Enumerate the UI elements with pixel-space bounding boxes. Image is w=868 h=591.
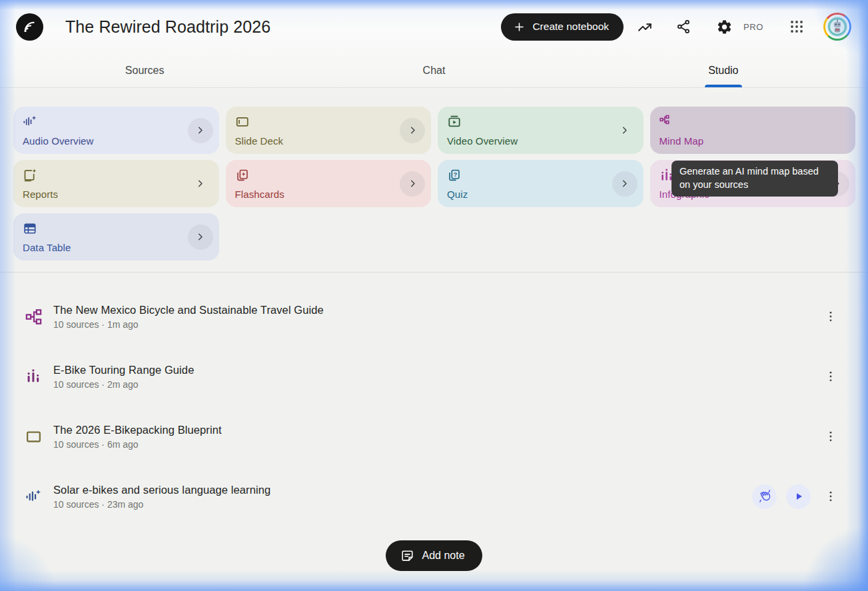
analytics-button[interactable] [632, 13, 658, 40]
slide-deck-icon [235, 115, 422, 129]
note-actions [820, 366, 841, 387]
card-open-chevron-button[interactable] [188, 171, 213, 197]
tab-sources[interactable]: Sources [0, 53, 289, 87]
audio-waveform-icon [25, 488, 43, 505]
chevron-right-icon [195, 231, 206, 243]
more-options-button[interactable] [820, 306, 841, 327]
tab-sources-label: Sources [125, 65, 165, 77]
vertical-dots-icon [824, 430, 837, 443]
list-item-slide-deck[interactable]: The 2026 E-Bikepacking Blueprint 10 sour… [0, 406, 868, 466]
create-notebook-button[interactable]: Create notebook [501, 13, 624, 41]
data-table-icon [23, 221, 210, 236]
more-options-button[interactable] [820, 426, 841, 447]
note-title: The 2026 E-Bikepacking Blueprint [53, 424, 222, 436]
note-meta: 10 sources · 1m ago [53, 319, 324, 330]
share-icon [675, 19, 691, 35]
flashcards-icon [235, 168, 422, 183]
card-mind-map[interactable]: Mind Map [650, 107, 856, 154]
settings-button[interactable] [711, 13, 737, 40]
play-icon [793, 490, 805, 502]
tab-chat[interactable]: Chat [289, 53, 578, 87]
chevron-right-icon [407, 125, 418, 136]
card-data-table[interactable]: Data Table [13, 213, 219, 261]
note-text: Solar e-bikes and serious language learn… [53, 484, 270, 510]
video-overview-icon [447, 115, 634, 129]
chevron-right-icon [619, 178, 630, 189]
create-notebook-label: Create notebook [532, 21, 609, 33]
trending-up-icon [637, 19, 653, 35]
chevron-right-icon [619, 125, 630, 136]
card-label: Slide Deck [235, 135, 422, 147]
card-open-chevron-button[interactable] [188, 118, 213, 143]
google-apps-button[interactable] [783, 13, 810, 40]
vertical-dots-icon [824, 310, 837, 323]
card-reports[interactable]: Reports [13, 160, 219, 207]
card-open-chevron-button[interactable] [400, 171, 425, 197]
tab-studio[interactable]: Studio [579, 53, 868, 87]
note-text: The New Mexico Bicycle and Sustainable T… [53, 304, 324, 330]
note-meta: 10 sources · 23m ago [53, 499, 270, 510]
chevron-right-icon [195, 178, 206, 189]
interactive-mode-button[interactable] [752, 484, 777, 509]
note-meta: 10 sources · 6m ago [53, 439, 222, 450]
card-open-chevron-button[interactable] [400, 118, 425, 143]
card-audio-overview[interactable]: Audio Overview [13, 107, 219, 154]
quiz-icon: ? [447, 168, 634, 183]
tab-chat-label: Chat [423, 65, 446, 77]
tab-studio-label: Studio [708, 65, 738, 77]
card-video-overview[interactable]: Video Overview [438, 107, 644, 154]
card-flashcards[interactable]: Flashcards [226, 160, 432, 207]
card-label: Quiz [447, 189, 634, 200]
chevron-right-icon [195, 125, 206, 136]
header: The Rewired Roadtrip 2026 Create noteboo… [0, 0, 868, 53]
note-icon [400, 549, 414, 563]
bar-chart-icon [25, 368, 43, 384]
note-title: The New Mexico Bicycle and Sustainable T… [53, 304, 324, 316]
avatar-robot-image [825, 15, 849, 39]
svg-text:?: ? [454, 171, 458, 178]
mind-map-icon [659, 115, 847, 125]
vertical-dots-icon [824, 370, 837, 383]
active-tab-underline [705, 85, 742, 87]
reports-icon [23, 168, 210, 183]
list-item-audio-overview[interactable]: Solar e-bikes and serious language learn… [0, 466, 868, 526]
note-title: E-Bike Touring Range Guide [53, 364, 194, 376]
header-actions: Create notebook [501, 13, 851, 41]
more-options-button[interactable] [820, 366, 841, 387]
note-text: E-Bike Touring Range Guide 10 sources · … [53, 364, 194, 390]
card-label: Video Overview [447, 135, 634, 147]
vertical-dots-icon [824, 490, 837, 503]
card-open-chevron-button[interactable] [188, 225, 213, 250]
audio-waveform-icon [23, 115, 210, 129]
more-options-button[interactable] [820, 486, 841, 507]
share-button[interactable] [670, 13, 697, 40]
card-label: Reports [23, 189, 210, 200]
note-text: The 2026 E-Bikepacking Blueprint 10 sour… [53, 424, 222, 450]
card-slide-deck[interactable]: Slide Deck [226, 107, 432, 154]
card-label: Mind Map [659, 135, 847, 147]
account-avatar[interactable] [823, 13, 851, 41]
tab-bar: Sources Chat Studio [0, 53, 868, 88]
card-open-chevron-button[interactable] [612, 118, 638, 143]
settings-gear-icon [716, 19, 733, 35]
apps-grid-icon [789, 19, 805, 35]
list-item-mind-map[interactable]: The New Mexico Bicycle and Sustainable T… [0, 287, 868, 346]
note-title: Solar e-bikes and serious language learn… [53, 484, 270, 496]
chevron-right-icon [407, 178, 418, 189]
add-note-container: Add note [0, 540, 868, 571]
mind-map-tooltip: Generate an AI mind map based on your so… [671, 161, 838, 197]
notebook-title: The Rewired Roadtrip 2026 [65, 17, 270, 37]
studio-outputs-list: The New Mexico Bicycle and Sustainable T… [0, 273, 868, 571]
card-label: Data Table [23, 242, 210, 253]
note-actions [820, 426, 841, 447]
list-item-infographic[interactable]: E-Bike Touring Range Guide 10 sources · … [0, 346, 868, 406]
card-quiz[interactable]: ? Quiz [438, 160, 644, 207]
play-button[interactable] [786, 484, 811, 509]
card-open-chevron-button[interactable] [612, 171, 638, 197]
note-meta: 10 sources · 2m ago [53, 379, 194, 390]
mind-map-icon [25, 308, 43, 325]
add-note-button[interactable]: Add note [386, 540, 482, 571]
notebooklm-logo[interactable] [16, 13, 43, 41]
note-actions [820, 306, 841, 327]
notebooklm-page: The Rewired Roadtrip 2026 Create noteboo… [0, 0, 868, 591]
